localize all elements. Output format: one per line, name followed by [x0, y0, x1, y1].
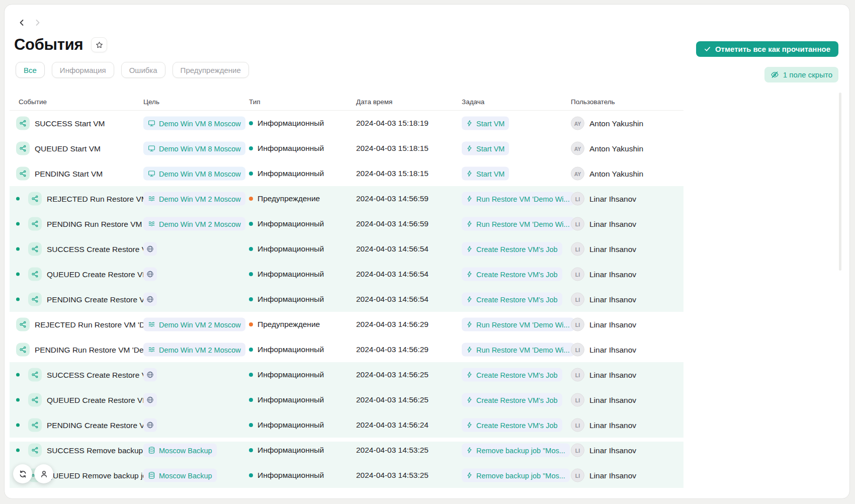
task-pill[interactable]: Remove backup job "Mos...	[462, 469, 570, 482]
table-row[interactable]: QUEUED Remove backup jo... Moscow Backup…	[10, 463, 683, 488]
table-row[interactable]: SUCCESS Create Restore V... Информационн…	[10, 236, 683, 262]
filter-chip[interactable]: Все	[16, 62, 45, 78]
event-type-badge	[16, 142, 30, 155]
forward-button[interactable]	[33, 18, 43, 28]
event-type-badge	[28, 293, 42, 306]
task-pill[interactable]: Start VM	[462, 142, 509, 155]
bolt-icon	[466, 271, 473, 278]
target-pill[interactable]: Demo Win VM 8 Moscow	[143, 117, 245, 130]
task-cell: Create Restore VM's Job	[462, 242, 562, 256]
type-label: Информационный	[258, 244, 324, 254]
chevron-right-icon	[34, 19, 42, 27]
task-label: Create Restore VM's Job	[476, 245, 558, 253]
table-row[interactable]: PENDING Start VM Demo Win VM 8 Moscow Ин…	[10, 161, 683, 186]
workflow-icon	[19, 120, 27, 127]
target-pill[interactable]	[143, 268, 157, 281]
task-pill[interactable]: Create Restore VM's Job	[462, 418, 562, 432]
table-row[interactable]: REJECTED Run Restore VM '... Demo Win VM…	[10, 186, 683, 211]
avatar: LI	[571, 418, 584, 432]
table-row[interactable]: PENDING Create Restore V... Информационн…	[10, 412, 683, 438]
event-cell: REJECTED Run Restore VM 'De...	[16, 318, 156, 331]
datetime: 2024-04-03 14:56:54	[356, 244, 429, 254]
target-pill[interactable]	[143, 393, 157, 407]
target-label: Moscow Backup	[159, 446, 212, 454]
user-name: Linar Ihsanov	[589, 320, 636, 329]
target-pill[interactable]: Moscow Backup	[143, 469, 217, 482]
column-header: Тип	[249, 98, 261, 106]
target-label: Demo Win VM 2 Moscow	[159, 220, 241, 228]
target-pill[interactable]: Demo Win VM 2 Moscow	[143, 318, 245, 331]
mark-all-read-button[interactable]: Отметить все как прочитанное	[696, 41, 838, 57]
table-row[interactable]: SUCCESS Create Restore V... Информационн…	[10, 362, 683, 387]
task-pill[interactable]: Create Restore VM's Job	[462, 242, 562, 256]
event-cell: REJECTED Run Restore VM '...	[16, 192, 158, 206]
table-row[interactable]: QUEUED Create Restore VM'... Информацион…	[10, 387, 683, 412]
unread-indicator	[16, 222, 20, 226]
target-pill[interactable]: Demo Win VM 2 Moscow	[143, 343, 245, 357]
user-cell: LI Linar Ihsanov	[571, 217, 636, 231]
type-label: Информационный	[258, 345, 324, 354]
table-row[interactable]: PENDING Run Restore VM 'Dem... Demo Win …	[10, 337, 683, 362]
datetime-cell: 2024-04-03 14:53:25	[356, 471, 429, 480]
task-pill[interactable]: Run Restore VM 'Demo Wi...	[462, 217, 574, 231]
user-cell: LI Linar Ihsanov	[571, 469, 636, 482]
table-row[interactable]: REJECTED Run Restore VM 'De... Demo Win …	[10, 312, 683, 337]
user-cell: LI Linar Ihsanov	[571, 343, 636, 357]
task-pill[interactable]: Start VM	[462, 167, 509, 181]
target-pill[interactable]: Moscow Backup	[143, 444, 217, 457]
event-text: SUCCESS Create Restore V...	[47, 244, 152, 254]
filter-chip[interactable]: Ошибка	[121, 62, 165, 78]
target-cell	[143, 293, 157, 306]
workflow-icon	[19, 321, 27, 328]
table-row[interactable]: QUEUED Create Restore VM'... Информацион…	[10, 262, 683, 287]
refresh-button[interactable]	[13, 464, 32, 483]
type-label: Информационный	[258, 446, 324, 455]
table-row[interactable]: SUCCESS Remove backup j... Moscow Backup…	[10, 438, 683, 463]
unread-indicator	[16, 373, 20, 377]
vertical-scrollbar[interactable]	[839, 93, 841, 271]
globe-icon	[146, 396, 154, 404]
user-name: Anton Yakushin	[589, 169, 643, 178]
type-cell: Информационный	[249, 144, 324, 153]
task-pill[interactable]: Create Restore VM's Job	[462, 293, 562, 306]
target-cell: Demo Win VM 2 Moscow	[143, 217, 245, 231]
chevron-left-icon	[18, 19, 26, 27]
bolt-icon	[466, 296, 473, 303]
task-label: Create Restore VM's Job	[476, 371, 558, 379]
task-pill[interactable]: Run Restore VM 'Demo Wi...	[462, 318, 574, 331]
table-row[interactable]: PENDING Create Restore V... Информационн…	[10, 287, 683, 312]
task-label: Create Restore VM's Job	[476, 295, 558, 303]
target-pill[interactable]: Demo Win VM 2 Moscow	[143, 192, 245, 206]
task-pill[interactable]: Create Restore VM's Job	[462, 368, 562, 382]
filter-chip[interactable]: Информация	[52, 62, 114, 78]
event-cell: PENDING Run Restore VM 'D...	[16, 217, 158, 231]
table-row[interactable]: SUCCESS Start VM Demo Win VM 8 Moscow Ин…	[10, 111, 683, 136]
task-pill[interactable]: Create Restore VM's Job	[462, 393, 562, 407]
datetime-cell: 2024-04-03 14:56:29	[356, 345, 429, 354]
back-button[interactable]	[17, 18, 27, 28]
event-cell: SUCCESS Remove backup j...	[16, 444, 153, 457]
favorite-button[interactable]	[91, 37, 107, 52]
task-pill[interactable]: Run Restore VM 'Demo Wi...	[462, 192, 574, 206]
column-header: Дата время	[356, 98, 392, 106]
workflow-icon	[31, 447, 39, 454]
task-pill[interactable]: Remove backup job "Mos...	[462, 444, 570, 457]
hidden-fields-badge[interactable]: 1 поле скрыто	[764, 67, 838, 82]
target-pill[interactable]	[143, 418, 157, 432]
profile-button[interactable]	[34, 464, 53, 483]
task-pill[interactable]: Run Restore VM 'Demo Wi...	[462, 343, 574, 357]
target-pill[interactable]: Demo Win VM 8 Moscow	[143, 142, 245, 155]
target-pill[interactable]	[143, 368, 157, 382]
table-row[interactable]: QUEUED Start VM Demo Win VM 8 Moscow Инф…	[10, 136, 683, 161]
database-icon	[148, 447, 155, 454]
table-row[interactable]: PENDING Run Restore VM 'D... Demo Win VM…	[10, 211, 683, 236]
target-pill[interactable]	[143, 242, 157, 256]
avatar: LI	[571, 268, 584, 281]
filter-chip[interactable]: Предупреждение	[173, 62, 249, 78]
target-pill[interactable]: Demo Win VM 2 Moscow	[143, 217, 245, 231]
task-pill[interactable]: Create Restore VM's Job	[462, 268, 562, 281]
task-label: Start VM	[476, 119, 504, 127]
task-pill[interactable]: Start VM	[462, 117, 509, 130]
target-pill[interactable]: Demo Win VM 8 Moscow	[143, 167, 245, 181]
target-pill[interactable]	[143, 293, 157, 306]
